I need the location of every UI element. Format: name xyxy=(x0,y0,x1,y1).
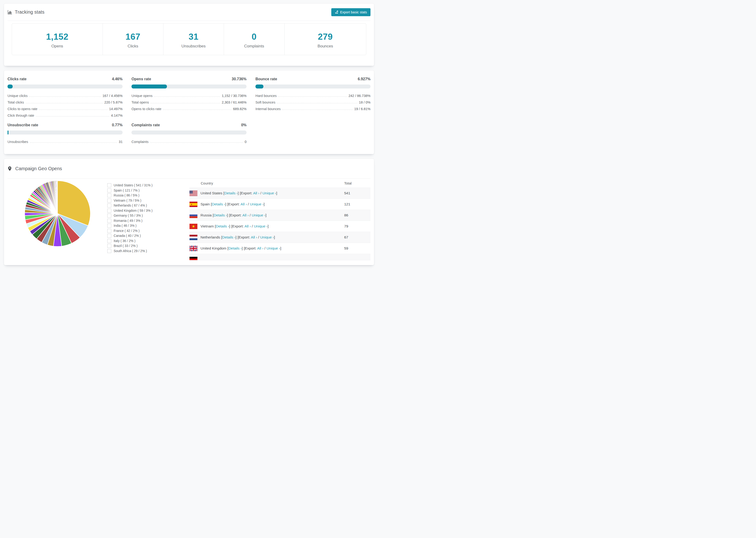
country-name: United Kingdom xyxy=(200,246,228,250)
legend-label: India ( 46 / 3% ) xyxy=(114,224,136,228)
rate-row-leader xyxy=(154,96,220,97)
export-all-link[interactable]: All › xyxy=(253,191,259,195)
page: { "page": {"background": "#f8f9fa", "acc… xyxy=(0,0,378,269)
legend-item[interactable]: Canada ( 40 / 2% ) xyxy=(107,233,189,239)
progress-fill xyxy=(8,131,9,134)
rate-panel-unsubscribe-rate: Unsubscribe rate0.77%Unsubscribes31 xyxy=(8,123,123,144)
details-link[interactable]: Details › xyxy=(222,235,236,239)
rate-title: Unsubscribe rate xyxy=(8,123,38,127)
export-all-link[interactable]: All › xyxy=(244,224,251,228)
export-all-link[interactable]: All › xyxy=(251,235,257,239)
flag-ru-icon xyxy=(189,213,197,218)
table-row-vietnam: Vietnam [Details ›] [Export: All › / Uni… xyxy=(189,221,370,232)
legend-item[interactable]: Russia ( 86 / 5% ) xyxy=(107,193,189,198)
rate-title: Opens rate xyxy=(132,77,151,81)
tracking-stats-card: Tracking stats Export basic stats 1,152O… xyxy=(4,3,374,66)
rate-panel-header: Bounce rate6.927% xyxy=(255,77,370,81)
export-unique-link[interactable]: Unique › xyxy=(262,191,276,195)
legend-swatch xyxy=(107,244,111,248)
legend-swatch xyxy=(107,214,111,218)
progress-fill xyxy=(132,84,167,88)
country-cell: United Kingdom [Details ›] [Export: All … xyxy=(200,246,344,250)
legend-item[interactable]: United States ( 541 / 31% ) xyxy=(107,183,189,188)
table-body: United States [Details ›] [Export: All ›… xyxy=(189,188,370,260)
flag-nl-icon xyxy=(189,235,197,240)
export-all-link[interactable]: All › xyxy=(257,246,263,250)
legend-item[interactable]: Vietnam ( 79 / 5% ) xyxy=(107,198,189,203)
geo-content: United States ( 541 / 31% )Spain ( 121 /… xyxy=(8,179,370,260)
legend-item[interactable]: Romania ( 49 / 3% ) xyxy=(107,218,189,224)
legend-item[interactable]: India ( 46 / 3% ) xyxy=(107,223,189,228)
export-all-link[interactable]: All › xyxy=(241,202,247,206)
country-name: Netherlands xyxy=(200,235,221,239)
bracket: ] xyxy=(274,235,275,239)
stat-label: Complaints xyxy=(224,44,284,49)
legend-label: Canada ( 40 / 2% ) xyxy=(114,234,141,238)
legend-item[interactable]: United Kingdom ( 59 / 3% ) xyxy=(107,208,189,213)
legend-item[interactable]: Italy ( 36 / 2% ) xyxy=(107,239,189,243)
details-link[interactable]: Details › xyxy=(214,213,227,217)
rate-row-leader xyxy=(278,96,347,97)
total-value: 86 xyxy=(344,213,370,217)
bracket: ] [Export: xyxy=(242,246,257,250)
separator: / xyxy=(247,202,250,206)
flag-vn-icon xyxy=(189,224,197,229)
rates-grid: Clicks rate4.46%Unique clicks167 / 4.456… xyxy=(8,77,370,144)
export-unique-link[interactable]: Unique › xyxy=(254,224,268,228)
legend-swatch xyxy=(107,193,111,197)
rate-value: 0.77% xyxy=(112,123,123,127)
separator: / xyxy=(251,224,254,228)
rates-card: Clicks rate4.46%Unique clicks167 / 4.456… xyxy=(4,70,374,154)
rate-panel-opens-rate: Opens rate30.736%Unique opens1,152 / 30.… xyxy=(132,77,246,118)
legend-item[interactable]: Brazil ( 33 / 2% ) xyxy=(107,243,189,248)
rate-row-label: Opens to clicks rate xyxy=(132,107,161,111)
export-unique-link[interactable]: Unique › xyxy=(260,235,274,239)
legend-item[interactable]: Germany ( 55 / 3% ) xyxy=(107,213,189,218)
rate-row-label: Click through rate xyxy=(8,114,34,117)
export-all-link[interactable]: All › xyxy=(242,213,249,217)
table-row-united-states: United States [Details ›] [Export: All ›… xyxy=(189,188,370,199)
details-link[interactable]: Details › xyxy=(216,224,229,228)
details-link[interactable]: Details › xyxy=(212,202,225,206)
stat-label: Opens xyxy=(12,44,103,49)
rate-row-value: 19 / 6.81% xyxy=(354,107,370,111)
total-value: 59 xyxy=(344,246,370,250)
export-basic-stats-button[interactable]: Export basic stats xyxy=(331,8,370,16)
stat-label: Bounces xyxy=(285,44,366,49)
rate-panel-header: Opens rate30.736% xyxy=(132,77,246,81)
page-title: Tracking stats xyxy=(15,9,45,15)
rate-row-leader xyxy=(277,103,357,103)
export-unique-link[interactable]: Unique › xyxy=(252,213,266,217)
rate-title: Complaints rate xyxy=(132,123,160,127)
export-unique-link[interactable]: Unique › xyxy=(250,202,264,206)
bracket: ] [Export: xyxy=(227,213,242,217)
legend-item[interactable]: Netherlands ( 67 / 4% ) xyxy=(107,203,189,208)
geo-pie-chart xyxy=(8,179,107,260)
rate-row-value: 14.497% xyxy=(109,107,123,111)
table-row-netherlands: Netherlands [Details ›] [Export: All › /… xyxy=(189,232,370,243)
rate-panel-complaints-rate: Complaints rate0%Complaints0 xyxy=(132,123,246,144)
legend-label: Netherlands ( 67 / 4% ) xyxy=(114,204,147,207)
rate-row-label: Unique opens xyxy=(132,94,153,98)
export-unique-link[interactable]: Unique › xyxy=(266,246,280,250)
total-value: 67 xyxy=(344,235,370,240)
legend-swatch xyxy=(107,203,111,207)
rate-row-value: 220 / 5.87% xyxy=(104,101,123,104)
legend-label: Russia ( 86 / 5% ) xyxy=(114,194,139,197)
rate-rows: Complaints0 xyxy=(132,138,246,144)
geo-legend: United States ( 541 / 31% )Spain ( 121 /… xyxy=(107,179,189,260)
bar-chart-icon xyxy=(8,10,13,15)
details-link[interactable]: Details › xyxy=(225,191,238,195)
rate-row-leader xyxy=(26,103,103,103)
table-row-united-kingdom: United Kingdom [Details ›] [Export: All … xyxy=(189,243,370,254)
bracket: ] xyxy=(268,224,269,228)
separator: / xyxy=(259,191,262,195)
legend-item[interactable]: France ( 42 / 2% ) xyxy=(107,228,189,234)
bracket: ] xyxy=(280,246,281,250)
stat-label: Clicks xyxy=(103,44,163,49)
country-cell: Vietnam [Details ›] [Export: All › / Uni… xyxy=(200,224,344,228)
legend-item[interactable]: South Africa ( 29 / 2% ) xyxy=(107,248,189,254)
details-link[interactable]: Details › xyxy=(229,246,242,250)
rate-row-label: Hard bounces xyxy=(255,94,277,98)
legend-item[interactable]: Spain ( 121 / 7% ) xyxy=(107,188,189,193)
